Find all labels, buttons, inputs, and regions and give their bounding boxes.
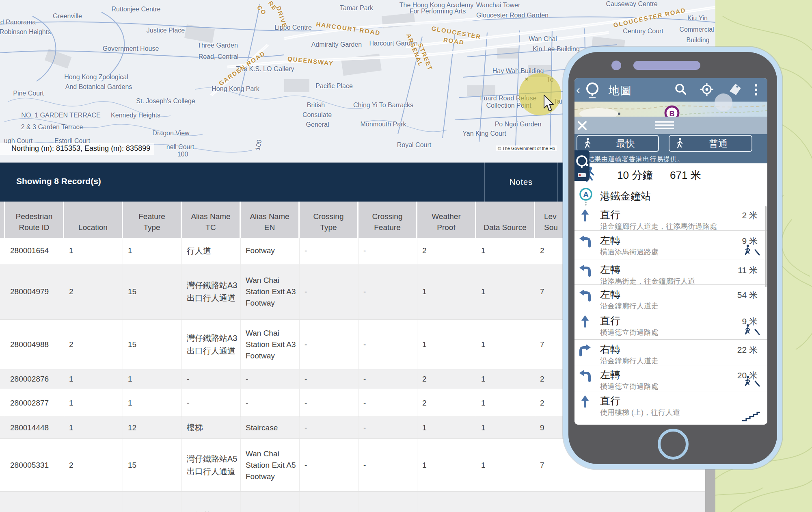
cell-crossing_feature: - <box>358 264 417 319</box>
drag-handle-icon[interactable] <box>655 121 674 130</box>
search-icon[interactable] <box>673 82 688 97</box>
step-detail: 橫過德立街過路處 <box>600 382 659 391</box>
cell-id: 280001654 <box>5 238 64 264</box>
cell-location: 1 <box>64 389 123 417</box>
tab-normal[interactable]: 普通 <box>669 135 752 152</box>
row-lead-cell <box>0 369 5 389</box>
map-label: Kennedy Heights <box>111 112 160 119</box>
row-lead-cell <box>0 238 5 264</box>
cell-alias_en: Staircase <box>241 417 300 438</box>
column-header: Crossing Feature <box>358 202 417 238</box>
cell-crossing_feature: - <box>358 320 417 369</box>
straight-arrow-icon <box>578 314 592 328</box>
map-label: Century Court <box>623 28 663 35</box>
cell-alias_en: Wan Chai Station Exit A5 Footway <box>241 439 300 491</box>
row-lead-cell <box>0 417 5 438</box>
map-label: Commercial <box>679 26 714 33</box>
map-label: Lippo Centre <box>274 24 312 31</box>
kebab-menu-icon[interactable] <box>753 82 759 98</box>
direction-step[interactable]: 直行9 米橫過德立街過路處 <box>574 311 767 339</box>
route-summary-row[interactable]: 10 分鐘 671 米 <box>574 163 767 185</box>
cell-id: 280002876 <box>5 369 64 389</box>
column-header: Data Source <box>476 202 535 238</box>
direction-step[interactable]: 左轉54 米沿金鐘廊行人道走 <box>574 284 767 311</box>
walk-icon <box>583 137 593 150</box>
map-label: nell Court <box>166 143 194 151</box>
left-arrow-icon <box>578 233 592 248</box>
cell-level_source <box>535 492 593 512</box>
map-label: Dragon View <box>152 130 189 137</box>
cell-alias_en: - <box>241 389 300 417</box>
cell-location: 1 <box>64 369 123 389</box>
crossing-icon <box>743 324 761 336</box>
direction-step[interactable]: 右轉22 米沿金鐘廊行人道走 <box>574 339 767 365</box>
map-label: Po Ngai Garden <box>495 121 542 128</box>
phone-screen: ‹ 地圖 <box>574 78 767 425</box>
map-label: nd Panorama <box>0 19 36 26</box>
cell-location: 1 <box>64 238 123 264</box>
column-header: Weather Proof <box>417 202 476 238</box>
locate-icon[interactable] <box>700 82 714 97</box>
cell-weather_proof: 1 <box>417 439 476 491</box>
list-scrollbar[interactable] <box>765 206 767 287</box>
coordinate-readout: Northing (m): 815353, Easting (m): 83589… <box>0 143 154 155</box>
map-label: Gloucester Road Garden <box>476 12 549 19</box>
close-icon[interactable] <box>577 120 587 131</box>
direction-step[interactable]: 直行2 米沿金鐘廊行人道走，往添馬街過路處 <box>574 205 767 230</box>
mini-map[interactable]: B <box>574 102 767 117</box>
cell-crossing_type: - <box>300 264 358 319</box>
cell-location <box>64 492 123 512</box>
app-header: ‹ 地圖 <box>574 78 767 102</box>
screen: Ruttonjee CentreGreenvillend PanoramaRob… <box>0 0 812 512</box>
home-button[interactable] <box>658 429 689 460</box>
step-action: 左轉 <box>600 234 620 247</box>
column-header: Location <box>64 202 123 238</box>
direction-step[interactable]: 左轉11 米沿添馬街走，往金鐘廊行人道 <box>574 260 767 284</box>
cell-feature_type <box>123 492 182 512</box>
back-icon[interactable]: ‹ <box>576 83 580 97</box>
route-mode-tabs: 最快 普通 結果由運輸署香港出行易提供。 <box>574 134 767 163</box>
map-label: Pacific Place <box>315 82 353 90</box>
cell-weather_proof: 2 <box>417 389 476 417</box>
step-detail: 橫過添馬街過路處 <box>600 247 659 257</box>
route-duration: 10 分鐘 <box>617 168 653 182</box>
row-lead-cell <box>0 492 5 512</box>
left-arrow-icon <box>578 368 592 382</box>
straight-arrow-icon <box>578 208 592 222</box>
cell-location: 2 <box>64 264 123 319</box>
svg-text:A: A <box>583 190 589 199</box>
app-logo-icon <box>583 81 601 99</box>
direction-step[interactable]: 直行使用樓梯 (上)，往行人道 <box>574 391 767 425</box>
step-action: 左轉 <box>600 263 620 276</box>
direction-step[interactable]: 左轉9 米橫過添馬街過路處 <box>574 230 767 260</box>
tab-fastest[interactable]: 最快 <box>577 135 659 152</box>
column-header: Alias Name TC <box>182 202 241 238</box>
cell-crossing_type <box>300 492 358 512</box>
direction-step[interactable]: 左轉20 米橫過德立街過路處 <box>574 365 767 391</box>
route-distance: 671 米 <box>670 168 701 182</box>
step-detail: 橫過德立街過路處 <box>600 328 659 337</box>
mouse-cursor <box>543 94 555 112</box>
cell-alias_tc: - <box>182 389 241 417</box>
cell-location: 1 <box>64 417 123 438</box>
column-header: Crossing Type <box>300 202 358 238</box>
cell-data_source: 1 <box>476 320 535 369</box>
walk-icon <box>675 137 685 150</box>
route-origin-row[interactable]: A 港鐵金鐘站 <box>574 185 767 205</box>
map-label: Admiralty Garden <box>311 41 362 48</box>
table-row[interactable]: 修頓花園行人Southorn <box>0 492 705 512</box>
left-arrow-icon <box>578 263 592 277</box>
cell-data_source: 1 <box>476 369 535 389</box>
map-label: 100 <box>177 151 188 158</box>
step-action: 左轉 <box>600 288 620 301</box>
hkemobility-logo-badge[interactable] <box>574 150 590 181</box>
cell-crossing_type: - <box>300 417 358 438</box>
notes-button[interactable]: Notes <box>484 163 558 202</box>
map-label: British <box>307 102 325 109</box>
cell-alias_en: Wan Chai Station Exit A3 Footway <box>241 320 300 369</box>
cell-alias_tc: 修頓花園行人 <box>182 492 241 512</box>
step-action: 右轉 <box>600 343 620 356</box>
cell-crossing_feature: - <box>358 389 417 417</box>
row-lead-cell <box>0 389 5 417</box>
cell-alias_tc: - <box>182 369 241 389</box>
